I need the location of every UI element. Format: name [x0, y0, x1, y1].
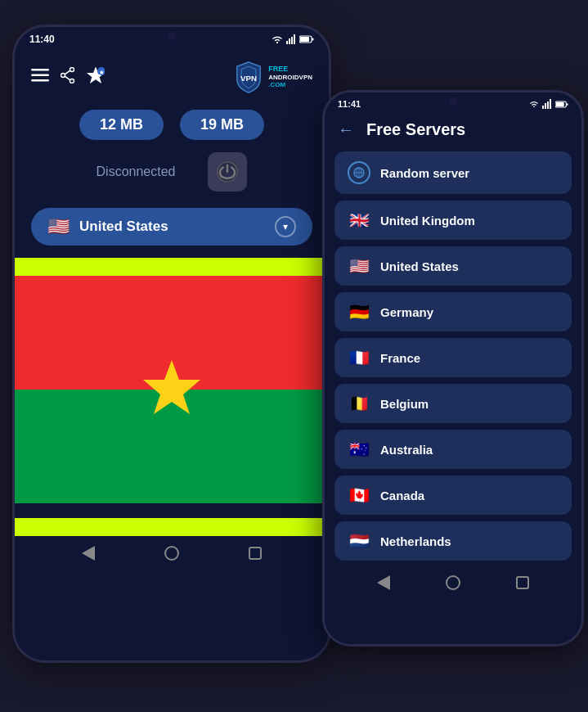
time-right: 11:41: [338, 99, 361, 109]
server-item[interactable]: 🇬🇧 United Kingdom: [334, 201, 572, 240]
servers-header: ← Free Servers: [325, 112, 581, 151]
hamburger-icon: [31, 69, 49, 82]
server-flag: 🇩🇪: [348, 302, 370, 322]
svg-text:★: ★: [99, 70, 105, 75]
home-nav-left[interactable]: [164, 546, 179, 561]
server-item[interactable]: 🇧🇪 Belgium: [334, 384, 572, 423]
wifi-icon-right: [529, 100, 539, 108]
status-icons-left: [272, 34, 314, 44]
svg-point-12: [70, 79, 74, 83]
download-stat: 12 MB: [79, 110, 164, 140]
page-title: Free Servers: [366, 120, 465, 139]
share-icon-svg: [61, 67, 75, 83]
home-nav-right[interactable]: [446, 575, 460, 590]
logo-com: .COM: [268, 81, 312, 89]
server-item[interactable]: 🇨🇦 Canada: [334, 475, 572, 515]
app-logo: VPN FREE ANDROIDVPN .COM: [232, 61, 312, 93]
share-icon[interactable]: [61, 67, 75, 87]
globe-icon: [348, 161, 370, 184]
svg-rect-7: [312, 38, 314, 41]
signal-icon-left: [286, 34, 296, 44]
back-nav-left[interactable]: [82, 546, 95, 561]
svg-rect-24: [545, 103, 546, 109]
svg-rect-10: [31, 79, 49, 82]
server-list: Random server 🇬🇧 United Kingdom 🇺🇸 Unite…: [325, 151, 581, 561]
server-item[interactable]: 🇫🇷 France: [334, 338, 572, 377]
globe-svg: [352, 166, 366, 179]
back-button[interactable]: ←: [338, 120, 354, 139]
nav-bar-left: [15, 536, 329, 570]
svg-marker-21: [143, 360, 200, 414]
power-button[interactable]: [208, 152, 247, 192]
notch-left: [123, 27, 221, 45]
server-item[interactable]: Random server: [334, 151, 572, 194]
back-nav-right[interactable]: [377, 575, 390, 590]
svg-rect-28: [556, 101, 564, 106]
recents-nav-left[interactable]: [249, 547, 262, 560]
wifi-icon-left: [272, 34, 283, 44]
phone-left: 11:40: [12, 25, 331, 663]
selected-flag: 🇺🇸: [47, 216, 70, 237]
signal-icon-right: [542, 99, 552, 109]
star-svg: [139, 357, 204, 419]
nav-bar-right: [325, 567, 581, 598]
connection-status-text: Disconnected: [97, 164, 176, 179]
power-icon: [215, 160, 240, 184]
battery-icon-left: [299, 35, 314, 43]
svg-point-11: [70, 68, 74, 72]
server-name: Australia: [380, 443, 433, 457]
server-flag: 🇺🇸: [348, 256, 370, 276]
svg-rect-29: [567, 103, 568, 106]
star-rate-icon: ★: [87, 67, 105, 83]
connection-status-row: Disconnected: [15, 148, 329, 204]
server-flag: 🇳🇱: [348, 531, 370, 551]
svg-rect-4: [294, 34, 295, 44]
server-name: Belgium: [380, 397, 429, 411]
server-item[interactable]: 🇩🇪 Germany: [334, 292, 572, 331]
svg-rect-2: [289, 38, 290, 44]
stats-row: 12 MB 19 MB: [15, 101, 329, 148]
header-icons: ★: [31, 67, 105, 87]
server-item[interactable]: 🇳🇱 Netherlands: [334, 521, 572, 561]
svg-rect-25: [547, 101, 549, 109]
rate-icon[interactable]: ★: [87, 67, 105, 87]
app-header-left: ★ VPN FREE ANDROIDVPN .COM: [15, 52, 329, 101]
svg-rect-1: [286, 41, 288, 44]
dropdown-chevron[interactable]: ▾: [275, 216, 296, 237]
server-flag: 🇧🇪: [348, 394, 370, 413]
svg-point-22: [533, 106, 535, 108]
ad-bar-bottom: [15, 518, 329, 536]
server-flag: 🇬🇧: [348, 210, 370, 230]
server-name: Germany: [380, 305, 433, 319]
svg-rect-23: [542, 106, 544, 109]
server-flag: 🇦🇺: [348, 439, 370, 459]
selected-country-name: United States: [79, 219, 265, 235]
flag-display-area: [15, 258, 329, 536]
svg-rect-3: [291, 37, 293, 44]
logo-android: ANDROIDVPN: [268, 74, 312, 82]
server-name: Random server: [380, 166, 469, 180]
burkina-faso-flag: [15, 276, 329, 503]
server-flag: 🇫🇷: [348, 348, 370, 367]
time-left: 11:40: [29, 34, 55, 45]
phone-right: 11:41 ← Free Servers: [322, 90, 584, 647]
server-item[interactable]: 🇦🇺 Australia: [334, 430, 572, 469]
country-selector[interactable]: 🇺🇸 United States ▾: [31, 208, 312, 246]
recents-nav-right[interactable]: [516, 576, 529, 589]
menu-icon[interactable]: [31, 69, 49, 85]
server-name: Canada: [380, 489, 424, 502]
server-name: United States: [380, 259, 459, 273]
camera-left: [168, 32, 176, 40]
svg-text:VPN: VPN: [240, 74, 257, 83]
status-icons-right: [529, 99, 568, 109]
flag-star: [139, 357, 204, 422]
logo-free: FREE: [268, 65, 288, 73]
svg-line-14: [65, 70, 70, 74]
server-name: France: [380, 351, 420, 365]
server-name: United Kingdom: [380, 214, 475, 228]
svg-line-15: [65, 76, 70, 80]
battery-icon-right: [555, 101, 568, 108]
notch-right: [420, 92, 486, 107]
server-item[interactable]: 🇺🇸 United States: [334, 246, 572, 286]
upload-stat: 19 MB: [180, 110, 264, 140]
